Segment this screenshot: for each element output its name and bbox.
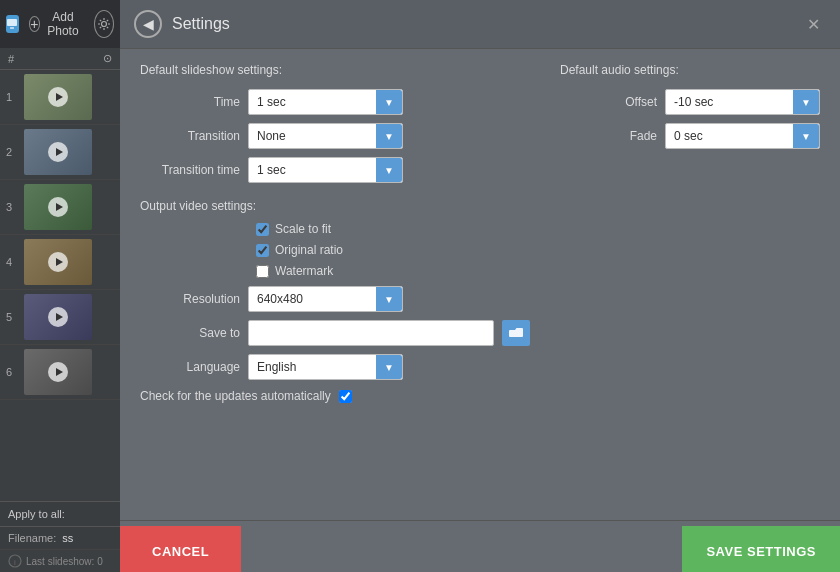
play-icon [48,87,68,107]
back-button[interactable]: ◀ [134,10,162,38]
add-photo-label: Add Photo [44,10,82,38]
dropdown-arrow-icon: ▼ [376,158,402,182]
save-to-row: Save to [140,320,530,346]
thumbnail-image [24,239,92,285]
settings-panel: ◀ Settings ✕ Default slideshow settings:… [120,0,840,572]
thumb-number: 5 [6,311,18,323]
filename-label: Filename: [8,532,56,544]
audio-section: Default audio settings: Offset -10 sec ▼… [560,63,820,506]
close-icon: ✕ [807,16,820,33]
language-value: English [249,360,376,374]
transition-dropdown[interactable]: None ▼ [248,123,403,149]
offset-row: Offset -10 sec ▼ [560,89,820,115]
cancel-label: CANCEL [152,544,209,559]
cancel-button[interactable]: CANCEL [120,526,241,573]
save-settings-label: SAVE SETTINGS [706,544,816,559]
list-item[interactable]: 4 [0,235,120,290]
save-to-folder-button[interactable] [502,320,530,346]
thumbnail-image [24,74,92,120]
time-label: Time [140,95,240,109]
thumb-number: 1 [6,91,18,103]
updates-checkbox[interactable] [339,390,352,403]
left-panel: + Add Photo # ⊙ 1 2 3 [0,0,120,572]
language-label: Language [140,360,240,374]
thumbnail-image [24,129,92,175]
play-icon [48,362,68,382]
settings-icon-btn[interactable] [94,10,114,38]
add-photo-button[interactable]: + Add Photo [25,8,86,40]
filter-icon[interactable]: ⊙ [103,52,112,65]
filename-row: Filename: ss [0,526,120,549]
original-ratio-row: Original ratio [140,242,530,257]
transition-time-label: Transition time [140,163,240,177]
offset-label: Offset [597,95,657,109]
last-slideshow: i Last slideshow: 0 [0,549,120,572]
save-to-input[interactable] [248,320,494,346]
thumbnail-image [24,349,92,395]
svg-rect-1 [10,27,14,29]
watermark-checkbox[interactable] [256,265,269,278]
thumb-number: 2 [6,146,18,158]
close-button[interactable]: ✕ [801,11,826,38]
thumb-number: 6 [6,366,18,378]
folder-icon [509,327,523,339]
transition-time-row: Transition time 1 sec ▼ [140,157,530,183]
panel-header: + Add Photo [0,0,120,48]
save-settings-button[interactable]: SAVE SETTINGS [682,526,840,573]
thumbnail-image [24,294,92,340]
output-section: Output video settings: Scale to fit Orig… [140,199,530,405]
fade-row: Fade 0 sec ▼ [560,123,820,149]
gear-icon [97,17,111,31]
list-item[interactable]: 6 [0,345,120,400]
language-dropdown[interactable]: English ▼ [248,354,403,380]
play-icon [48,142,68,162]
last-slideshow-text: Last slideshow: 0 [26,556,103,567]
app-icon [6,15,19,33]
scale-to-fit-checkbox[interactable] [256,223,269,236]
transition-label: Transition [140,129,240,143]
thumbnail-list: 1 2 3 4 5 [0,70,120,501]
play-icon [48,307,68,327]
original-ratio-label: Original ratio [275,243,343,257]
save-to-label: Save to [140,326,240,340]
updates-row: Check for the updates automatically [140,388,530,405]
play-icon [48,252,68,272]
offset-dropdown[interactable]: -10 sec ▼ [665,89,820,115]
offset-value: -10 sec [666,95,793,109]
transition-row: Transition None ▼ [140,123,530,149]
num-col-header: # [8,53,14,65]
transition-time-value: 1 sec [249,163,376,177]
dropdown-arrow-icon: ▼ [376,124,402,148]
resolution-dropdown[interactable]: 640x480 ▼ [248,286,403,312]
list-item[interactable]: 3 [0,180,120,235]
resolution-row: Resolution 640x480 ▼ [140,286,530,312]
list-item[interactable]: 2 [0,125,120,180]
apply-all-label: Apply to all: [0,501,120,526]
settings-footer: CANCEL SAVE SETTINGS [120,520,840,572]
fade-dropdown[interactable]: 0 sec ▼ [665,123,820,149]
dropdown-arrow-icon: ▼ [376,355,402,379]
list-item[interactable]: 5 [0,290,120,345]
dropdown-arrow-icon: ▼ [793,90,819,114]
transition-time-dropdown[interactable]: 1 sec ▼ [248,157,403,183]
dropdown-arrow-icon: ▼ [793,124,819,148]
plus-icon: + [29,16,40,32]
settings-title: Settings [172,15,230,33]
list-item[interactable]: 1 [0,70,120,125]
updates-label: Check for the updates automatically [140,388,331,405]
audio-section-label: Default audio settings: [560,63,820,77]
settings-header: ◀ Settings ✕ [120,0,840,49]
watermark-row: Watermark [140,263,530,278]
fade-value: 0 sec [666,129,793,143]
thumbnail-header: # ⊙ [0,48,120,70]
original-ratio-checkbox[interactable] [256,244,269,257]
fade-label: Fade [597,129,657,143]
svg-point-2 [101,22,106,27]
thumb-number: 4 [6,256,18,268]
filename-value: ss [62,532,73,544]
time-dropdown[interactable]: 1 sec ▼ [248,89,403,115]
resolution-value: 640x480 [249,292,376,306]
scale-to-fit-row: Scale to fit [140,221,530,236]
thumbnail-image [24,184,92,230]
time-row: Time 1 sec ▼ [140,89,530,115]
